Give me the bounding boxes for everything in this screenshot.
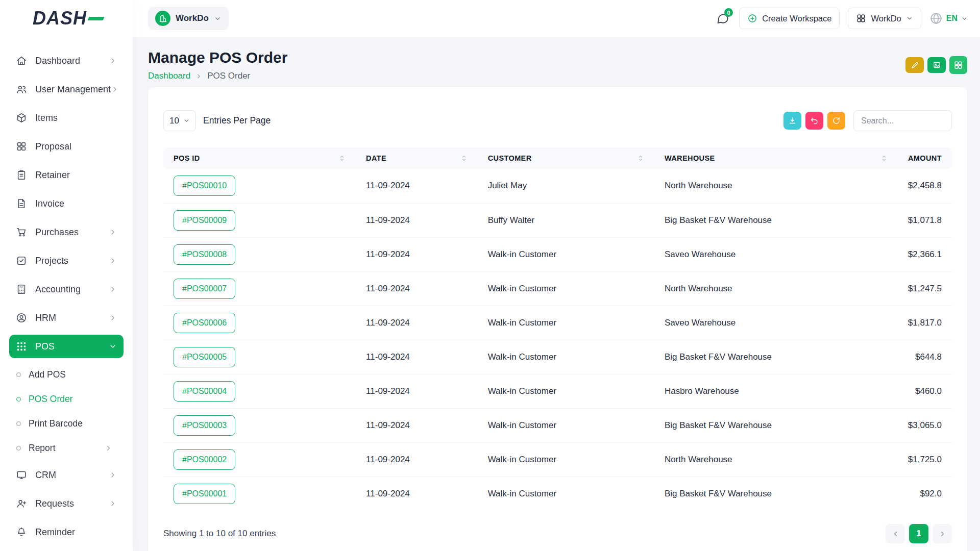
submenu-item-add-pos[interactable]: Add POS — [16, 364, 124, 385]
undo-button[interactable] — [805, 112, 823, 130]
cell-date: 11-09-2024 — [356, 237, 478, 271]
messages-badge: 0 — [724, 8, 733, 17]
user-plus-icon — [16, 498, 27, 509]
cell-warehouse: North Warehouse — [654, 442, 898, 477]
chevron-left-icon — [892, 530, 899, 538]
chevron-right-icon — [111, 85, 119, 93]
sidebar-item-label: Retainer — [35, 170, 117, 181]
sidebar-item-projects[interactable]: Projects — [9, 249, 124, 272]
sidebar-item-label: Dashboard — [35, 56, 109, 66]
pos-id-badge[interactable]: #POS00001 — [174, 484, 235, 504]
image-icon — [933, 61, 941, 69]
sidebar-item-retainer[interactable]: Retainer — [9, 163, 124, 187]
cell-customer: Walk-in Customer — [478, 237, 654, 271]
table-header-row: POS ID DATE CUSTOMER WAREHOUSE AMOUNT — [163, 147, 952, 169]
cell-warehouse: Hasbro Warehouse — [654, 374, 898, 408]
sidebar-item-label: HRM — [35, 313, 109, 323]
language-selector[interactable]: EN — [929, 12, 968, 25]
sidebar-item-proposal[interactable]: Proposal — [9, 135, 124, 158]
workspace-selector[interactable]: WorkDo — [148, 7, 229, 30]
sidebar-item-invoice[interactable]: Invoice — [9, 192, 124, 215]
submenu-item-label: Add POS — [29, 369, 124, 380]
cell-warehouse: Saveo Warehouse — [654, 306, 898, 340]
column-header-customer[interactable]: CUSTOMER — [478, 147, 654, 169]
pos-id-badge[interactable]: #POS00003 — [174, 415, 235, 436]
submenu-item-print-barcode[interactable]: Print Barcode — [16, 413, 124, 434]
table-row: #POS00005 11-09-2024 Walk-in Customer Bi… — [163, 340, 952, 374]
cell-warehouse: Big Basket F&V Warehouse — [654, 477, 898, 511]
column-header-warehouse[interactable]: WAREHOUSE — [654, 147, 898, 169]
column-header-amount[interactable]: AMOUNT — [898, 147, 952, 169]
grid-view-button[interactable] — [949, 56, 967, 74]
column-header-pos-id[interactable]: POS ID — [163, 147, 356, 169]
pos-id-badge[interactable]: #POS00008 — [174, 244, 235, 265]
sidebar-item-user-management[interactable]: User Management — [9, 78, 124, 101]
plus-circle-icon — [747, 13, 757, 23]
submenu-item-pos-order[interactable]: POS Order — [16, 389, 124, 409]
sidebar-item-label: Accounting — [35, 284, 109, 295]
sidebar-item-purchases[interactable]: Purchases — [9, 220, 124, 244]
app-logo[interactable]: DASH — [0, 0, 133, 37]
cell-amount: $3,065.0 — [898, 408, 952, 442]
page-actions — [905, 56, 967, 74]
pos-id-badge[interactable]: #POS00006 — [174, 313, 235, 333]
pos-id-badge[interactable]: #POS00009 — [174, 210, 235, 231]
messages-button[interactable]: 0 — [715, 10, 731, 27]
cell-customer: Juliet May — [478, 169, 654, 203]
sidebar-item-reminder[interactable]: Reminder — [9, 520, 124, 544]
pos-submenu: Add POS POS Order Print Barcode Report — [9, 363, 124, 463]
pos-id-badge[interactable]: #POS00002 — [174, 449, 235, 470]
page-title: Manage POS Order — [148, 49, 287, 66]
table-row: #POS00004 11-09-2024 Walk-in Customer Ha… — [163, 374, 952, 408]
export-button[interactable] — [783, 112, 801, 130]
pagination-next-button[interactable] — [933, 524, 952, 543]
bullet-icon — [16, 397, 21, 402]
table-actions — [779, 110, 952, 131]
file-text-icon — [16, 198, 27, 209]
grid-icon — [856, 13, 866, 23]
table-row: #POS00007 11-09-2024 Walk-in Customer No… — [163, 271, 952, 306]
pagination-page-1[interactable]: 1 — [909, 524, 928, 543]
pos-id-badge[interactable]: #POS00004 — [174, 381, 235, 402]
cell-customer: Buffy Walter — [478, 203, 654, 237]
sidebar-item-label: POS — [35, 341, 109, 352]
workspace-name: WorkDo — [176, 13, 209, 23]
cell-amount: $1,817.0 — [898, 306, 952, 340]
pos-id-badge[interactable]: #POS00005 — [174, 347, 235, 367]
sidebar-item-requests[interactable]: Requests — [9, 492, 124, 515]
search-input[interactable] — [853, 110, 952, 131]
image-button[interactable] — [927, 57, 946, 73]
pos-id-badge[interactable]: #POS00010 — [174, 176, 235, 196]
monitor-icon — [16, 469, 27, 481]
submenu-item-report[interactable]: Report — [16, 438, 124, 458]
refresh-icon — [832, 116, 841, 125]
entries-per-page-select[interactable]: 10 — [163, 110, 196, 131]
cell-amount: $2,458.8 — [898, 169, 952, 203]
table-controls: 10 Entries Per Page — [163, 110, 952, 131]
cell-customer: Walk-in Customer — [478, 271, 654, 306]
home-icon — [16, 55, 27, 66]
refresh-button[interactable] — [827, 112, 845, 130]
sidebar-item-items[interactable]: Items — [9, 106, 124, 130]
breadcrumb-dashboard-link[interactable]: Dashboard — [148, 71, 190, 81]
layout-grid-icon — [16, 141, 27, 152]
pos-orders-table: POS ID DATE CUSTOMER WAREHOUSE AMOUNT #P… — [163, 147, 952, 511]
sidebar-item-label: Purchases — [35, 227, 109, 238]
sidebar-item-accounting[interactable]: Accounting — [9, 278, 124, 301]
sidebar-item-pos[interactable]: POS — [9, 335, 124, 358]
topbar: WorkDo 0 Create Workspace WorkDo EN — [133, 0, 980, 37]
create-workspace-button[interactable]: Create Workspace — [739, 8, 840, 29]
sidebar-item-dashboard[interactable]: Dashboard — [9, 49, 124, 72]
workdo-apps-button[interactable]: WorkDo — [848, 8, 921, 29]
sidebar-item-crm[interactable]: CRM — [9, 463, 124, 487]
edit-button[interactable] — [905, 57, 924, 73]
chevron-right-icon — [109, 57, 117, 65]
chevron-right-icon — [939, 530, 946, 538]
pagination-prev-button[interactable] — [886, 524, 905, 543]
bullet-icon — [16, 421, 21, 426]
sidebar-item-hrm[interactable]: HRM — [9, 306, 124, 330]
column-header-date[interactable]: DATE — [356, 147, 478, 169]
pos-id-badge[interactable]: #POS00007 — [174, 279, 235, 299]
chevron-down-icon — [214, 15, 222, 22]
cell-amount: $1,725.0 — [898, 442, 952, 477]
